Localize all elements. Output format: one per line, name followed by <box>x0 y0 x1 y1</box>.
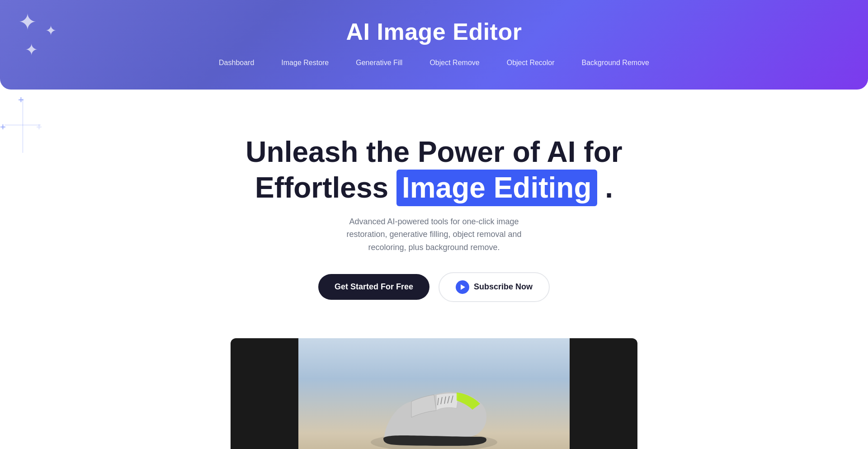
shoe-image <box>298 338 570 449</box>
header: ✦ ✦ ✦ AI Image Editor Dashboard Image Re… <box>0 0 868 90</box>
nav-item-image-restore[interactable]: Image Restore <box>281 59 329 67</box>
hero-heading: Unleash the Power of AI for Effortless I… <box>9 135 859 206</box>
image-preview-container <box>231 338 637 449</box>
hero-section: Unleash the Power of AI for Effortless I… <box>0 90 868 329</box>
sparkle-icon-1: ✦ <box>18 9 37 35</box>
get-started-button[interactable]: Get Started For Free <box>318 274 429 300</box>
nav-item-object-recolor[interactable]: Object Recolor <box>507 59 555 67</box>
app-title: AI Image Editor <box>0 18 868 45</box>
subscribe-now-button[interactable]: Subscribe Now <box>439 272 550 302</box>
main-nav: Dashboard Image Restore Generative Fill … <box>0 59 868 67</box>
hero-heading-line2-before: Effortless <box>255 171 388 204</box>
subscribe-now-label: Subscribe Now <box>474 282 533 292</box>
nav-item-background-remove[interactable]: Background Remove <box>582 59 649 67</box>
hero-subtext: Advanced AI-powered tools for one-click … <box>330 215 538 254</box>
play-triangle-shape <box>461 284 465 290</box>
image-side-right <box>570 338 637 449</box>
image-preview-section <box>0 338 868 449</box>
main-content: + + + Unleash the Power of AI for Effort… <box>0 90 868 449</box>
image-center <box>298 338 570 449</box>
play-icon <box>456 280 469 294</box>
shoe-svg <box>366 370 502 449</box>
hero-heading-period: . <box>605 171 613 204</box>
hero-heading-highlight: Image Editing <box>396 170 597 206</box>
sparkle-icon-3: ✦ <box>25 41 38 59</box>
sparkle-icon-2: ✦ <box>45 23 57 38</box>
nav-item-dashboard[interactable]: Dashboard <box>219 59 254 67</box>
nav-item-object-remove[interactable]: Object Remove <box>429 59 479 67</box>
hero-heading-line1: Unleash the Power of AI for <box>245 136 622 168</box>
hero-buttons: Get Started For Free Subscribe Now <box>9 272 859 302</box>
nav-item-generative-fill[interactable]: Generative Fill <box>356 59 402 67</box>
image-side-left <box>231 338 298 449</box>
